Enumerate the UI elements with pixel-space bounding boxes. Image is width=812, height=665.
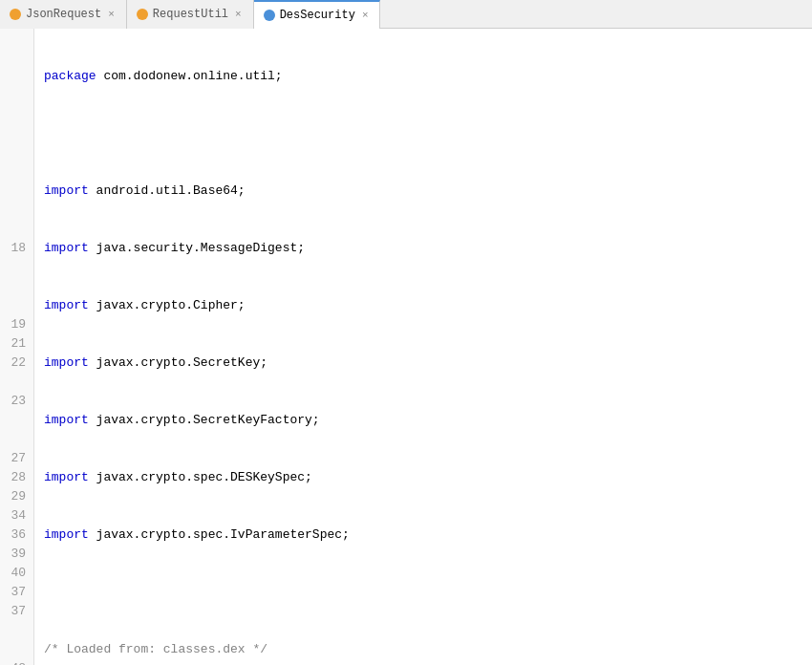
- line-numbers: 18 19 21 22 23 27 28 29 34 36 39 40 37 3…: [0, 29, 34, 665]
- code-editor[interactable]: 18 19 21 22 23 27 28 29 34 36 39 40 37 3…: [0, 29, 812, 665]
- tab-label-request-util: RequestUtil: [153, 8, 228, 21]
- tab-icon-request-util: [137, 9, 148, 20]
- code-line-3: import android.util.Base64;: [44, 182, 812, 201]
- code-line-1: package com.dodonew.online.util;: [44, 67, 812, 86]
- code-line-6: import javax.crypto.SecretKey;: [44, 354, 812, 373]
- tab-des-security[interactable]: DesSecurity ×: [254, 0, 381, 29]
- code-line-9: import javax.crypto.spec.IvParameterSpec…: [44, 526, 812, 545]
- code-line-7: import javax.crypto.SecretKeyFactory;: [44, 411, 812, 430]
- tab-request-util[interactable]: RequestUtil ×: [127, 0, 254, 29]
- code-content[interactable]: package com.dodonew.online.util; import …: [34, 29, 812, 665]
- code-line-2: [44, 124, 812, 143]
- code-line-5: import javax.crypto.Cipher;: [44, 296, 812, 315]
- code-line-11: /* Loaded from: classes.dex */: [44, 640, 812, 659]
- tab-icon-des-security: [264, 10, 275, 21]
- code-line-8: import javax.crypto.spec.DESKeySpec;: [44, 468, 812, 487]
- code-line-4: import java.security.MessageDigest;: [44, 239, 812, 258]
- tab-icon-json-request: [10, 9, 21, 20]
- code-line-10: [44, 583, 812, 602]
- tab-close-json-request[interactable]: ×: [106, 9, 117, 20]
- tab-close-des-security[interactable]: ×: [360, 10, 371, 21]
- tab-json-request[interactable]: JsonRequest ×: [0, 0, 127, 29]
- tab-label-json-request: JsonRequest: [26, 8, 101, 21]
- tab-label-des-security: DesSecurity: [280, 9, 355, 22]
- tab-bar: JsonRequest × RequestUtil × DesSecurity …: [0, 0, 812, 29]
- tab-close-request-util[interactable]: ×: [233, 9, 244, 20]
